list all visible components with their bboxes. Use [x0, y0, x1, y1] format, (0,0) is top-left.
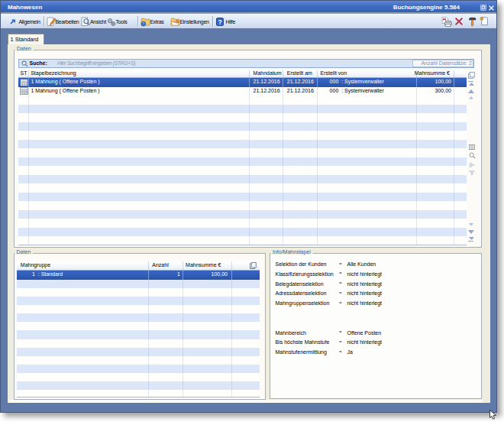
- svg-text:?: ?: [218, 18, 222, 26]
